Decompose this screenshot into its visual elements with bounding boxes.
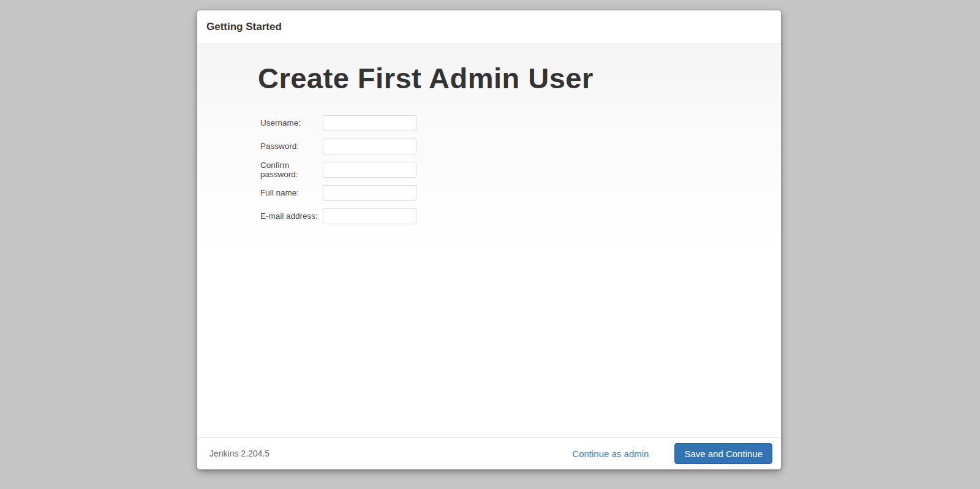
confirm-password-input[interactable] (323, 162, 417, 178)
admin-user-form: Username: Password: Confirm password: Fu… (258, 115, 756, 224)
form-row-confirm-password: Confirm password: (258, 161, 756, 178)
fullname-input[interactable] (323, 185, 417, 201)
email-input[interactable] (323, 208, 417, 224)
continue-as-admin-link[interactable]: Continue as admin (572, 449, 649, 459)
username-input[interactable] (323, 115, 417, 131)
fullname-label: Full name: (258, 188, 323, 197)
save-and-continue-button[interactable]: Save and Continue (674, 443, 772, 464)
form-row-password: Password: (258, 138, 756, 154)
confirm-password-label: Confirm password: (258, 161, 323, 179)
dialog-header: Getting Started (197, 10, 781, 44)
desktop-background: Getting Started Create First Admin User … (0, 0, 980, 489)
username-label: Username: (258, 118, 323, 127)
dialog-footer: Jenkins 2.204.5 Continue as admin Save a… (197, 437, 781, 469)
form-row-email: E-mail address: (258, 208, 756, 224)
password-label: Password: (258, 142, 323, 151)
page-title: Create First Admin User (258, 64, 756, 93)
password-input[interactable] (323, 138, 417, 154)
dialog-title: Getting Started (206, 21, 282, 33)
dialog-body: Create First Admin User Username: Passwo… (197, 44, 781, 437)
setup-wizard-dialog: Getting Started Create First Admin User … (197, 10, 781, 469)
form-row-fullname: Full name: (258, 184, 756, 201)
email-label: E-mail address: (258, 211, 323, 221)
jenkins-version-text: Jenkins 2.204.5 (209, 449, 270, 458)
form-row-username: Username: (258, 115, 756, 131)
